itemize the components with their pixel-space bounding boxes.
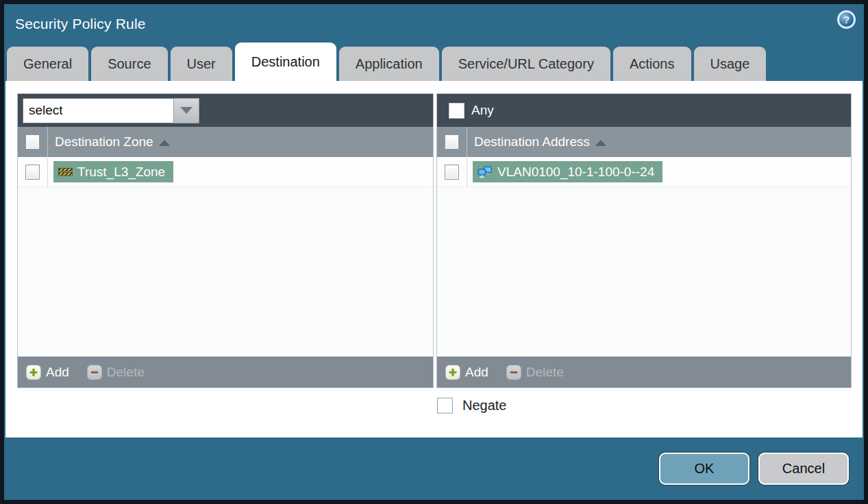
address-select-all-checkbox[interactable] [445,134,459,149]
cancel-button[interactable]: Cancel [758,453,849,485]
help-icon[interactable]: ? [837,10,856,29]
zone-select-dropdown-button[interactable] [173,98,199,123]
zone-column-title: Destination Zone [55,134,153,149]
any-label: Any [471,103,494,118]
zone-row-checkbox[interactable] [25,165,40,180]
zone-entry-label: Trust_L3_Zone [77,165,165,180]
minus-icon [506,365,521,380]
negate-option: Negate [437,398,507,413]
zone-icon [58,166,73,178]
ok-button[interactable]: OK [659,453,749,485]
zone-table-body: Trust_L3_Zone [18,157,433,357]
zone-table-header: Destination Zone [18,127,433,157]
zone-entry-chip[interactable]: Trust_L3_Zone [53,161,173,182]
address-column-title: Destination Address [474,134,590,149]
address-entry-chip[interactable]: VLAN0100_10-1-100-0--24 [473,161,662,182]
delete-address-button[interactable]: Delete [506,365,564,380]
address-table-body: VLAN0100_10-1-100-0--24 [437,157,851,357]
table-row: VLAN0100_10-1-100-0--24 [437,157,851,187]
dialog-title: Security Policy Rule [15,16,146,32]
zone-select-all-checkbox[interactable] [25,134,40,149]
address-panel-toolbar: Any [437,94,851,127]
delete-zone-button[interactable]: Delete [87,365,145,380]
destination-address-panel: Any Destination Address [436,93,852,388]
negate-checkbox[interactable] [437,398,453,413]
sort-ascending-icon[interactable] [595,140,606,146]
chevron-down-icon [180,107,193,114]
tab-bar: General Source User Destination Applicat… [7,43,864,81]
tab-source[interactable]: Source [91,47,167,81]
add-zone-button[interactable]: Add [26,365,69,380]
dialog-titlebar: Security Policy Rule [4,4,864,44]
plus-icon [445,365,460,380]
address-table-header: Destination Address [437,127,851,157]
tab-application[interactable]: Application [339,47,439,81]
address-panel-footer: Add Delete [437,357,851,387]
sort-ascending-icon[interactable] [159,140,170,146]
dialog-footer: OK Cancel [4,437,864,500]
destination-tab-panel: Destination Zone [5,81,863,437]
delete-label: Delete [107,365,145,380]
network-icon [478,166,493,178]
help-glyph: ? [843,14,850,25]
minus-icon [87,365,102,380]
negate-label: Negate [462,398,507,413]
tab-general[interactable]: General [7,47,88,81]
address-entry-label: VLAN0100_10-1-100-0--24 [497,165,654,180]
zone-panel-toolbar [18,94,433,127]
tab-actions[interactable]: Actions [613,47,691,81]
address-row-checkbox[interactable] [445,165,459,180]
tab-service-url-category[interactable]: Service/URL Category [442,47,610,81]
plus-icon [26,365,41,380]
any-checkbox[interactable] [449,103,464,119]
zone-select-input[interactable] [23,98,173,123]
add-label: Add [465,365,488,380]
add-label: Add [46,365,69,380]
tab-destination[interactable]: Destination [235,43,336,81]
tab-user[interactable]: User [171,47,232,81]
destination-zone-panel: Destination Zone [17,93,434,388]
zone-panel-footer: Add Delete [18,357,433,387]
add-address-button[interactable]: Add [445,365,488,380]
zone-select-combo [23,98,199,123]
delete-label: Delete [526,365,564,380]
tab-usage[interactable]: Usage [694,47,767,81]
security-policy-rule-dialog: Security Policy Rule ? General Source Us… [0,0,868,504]
table-row: Trust_L3_Zone [18,157,433,187]
